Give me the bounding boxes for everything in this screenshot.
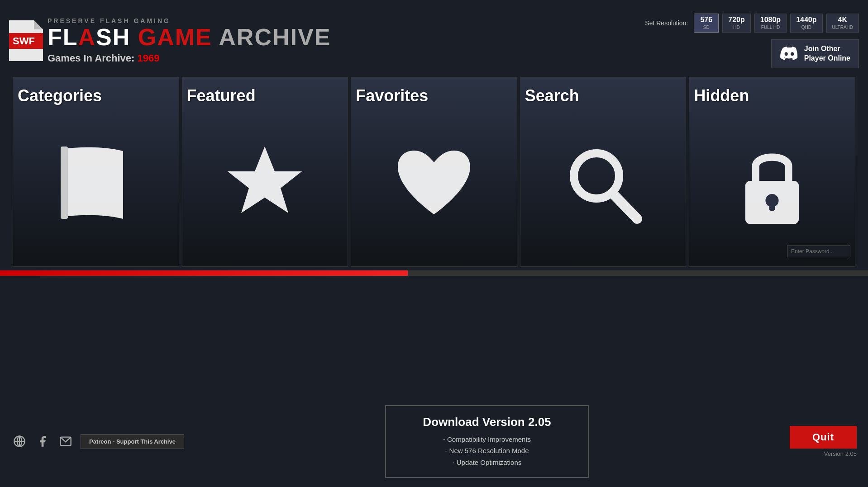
version-text: Version 2.05 — [824, 450, 857, 457]
svg-line-7 — [612, 193, 637, 219]
res-1440-button[interactable]: 1440p QHD — [790, 14, 822, 33]
password-input[interactable] — [787, 246, 850, 257]
categories-icon — [51, 110, 141, 260]
archive-text: ARCHIVE — [212, 24, 331, 50]
hidden-title: Hidden — [694, 86, 749, 105]
hidden-icon — [727, 110, 817, 260]
res-576-button[interactable]: 576 SD — [694, 14, 719, 33]
game-text: GAME — [138, 24, 212, 50]
svg-marker-5 — [228, 147, 302, 213]
logo-area: SWF PRESERVE FLASH GAMING FLASH GAME ARC… — [9, 17, 331, 64]
featured-title: Featured — [187, 86, 256, 105]
patreon-button[interactable]: Patreon - Support This Archive — [81, 434, 184, 449]
hidden-card[interactable]: Hidden — [689, 77, 855, 267]
svg-marker-1 — [34, 20, 43, 29]
nav-cards: Categories Featured Favorites — [11, 77, 857, 267]
resolution-label: Set Resolution: — [645, 19, 688, 27]
globe-icon-button[interactable] — [11, 433, 28, 449]
favorites-icon — [389, 110, 479, 260]
download-notes: - Compatibility Improvements - New 576 R… — [404, 434, 570, 468]
progress-bar-container — [0, 270, 868, 276]
progress-bar-fill — [0, 270, 408, 276]
download-box: Download Version 2.05 - Compatibility Im… — [385, 405, 589, 478]
sh-text: SH — [96, 24, 138, 50]
featured-card[interactable]: Featured — [182, 77, 348, 267]
join-online-button[interactable]: Join OtherPlayer Online — [771, 39, 859, 68]
mail-icon-button[interactable] — [57, 433, 74, 449]
swf-icon: SWF — [9, 20, 43, 61]
res-1080-button[interactable]: 1080p FULL HD — [754, 14, 787, 33]
quit-button[interactable]: Quit — [790, 426, 857, 449]
featured-icon — [219, 110, 310, 260]
categories-title: Categories — [18, 86, 102, 105]
search-title: Search — [525, 86, 579, 105]
games-count: Games In Archive: 1969 — [48, 52, 331, 64]
favorites-card[interactable]: Favorites — [351, 77, 517, 267]
games-count-number: 1969 — [138, 52, 160, 64]
search-card[interactable]: Search — [520, 77, 687, 267]
a-text: A — [78, 24, 96, 50]
facebook-icon-button[interactable] — [34, 433, 51, 449]
download-title: Download Version 2.05 — [404, 415, 570, 429]
social-links: Patreon - Support This Archive — [11, 433, 184, 449]
categories-card[interactable]: Categories — [13, 77, 179, 267]
res-4k-button[interactable]: 4K ULTRAHD — [826, 14, 859, 33]
svg-rect-10 — [769, 200, 775, 211]
logo-text-area: PRESERVE FLASH GAMING FLASH GAME ARCHIVE… — [48, 17, 331, 64]
resolution-row: Set Resolution: 576 SD 720p HD 1080p FUL… — [645, 14, 859, 33]
quit-area: Quit Version 2.05 — [790, 426, 857, 457]
flash-text: FL — [48, 24, 78, 50]
favorites-title: Favorites — [356, 86, 428, 105]
res-720-button[interactable]: 720p HD — [722, 14, 750, 33]
header: SWF PRESERVE FLASH GAMING FLASH GAME ARC… — [0, 0, 868, 77]
discord-icon — [780, 44, 799, 63]
svg-rect-4 — [61, 147, 68, 219]
main-logo: FLASH GAME ARCHIVE — [48, 25, 331, 49]
search-card-icon — [558, 110, 649, 260]
preserve-text: PRESERVE FLASH GAMING — [48, 17, 331, 24]
top-right: Set Resolution: 576 SD 720p HD 1080p FUL… — [645, 14, 859, 68]
bottom-area: Patreon - Support This Archive Download … — [0, 396, 868, 487]
join-online-text: Join OtherPlayer Online — [804, 44, 850, 63]
svg-text:SWF: SWF — [13, 35, 35, 47]
